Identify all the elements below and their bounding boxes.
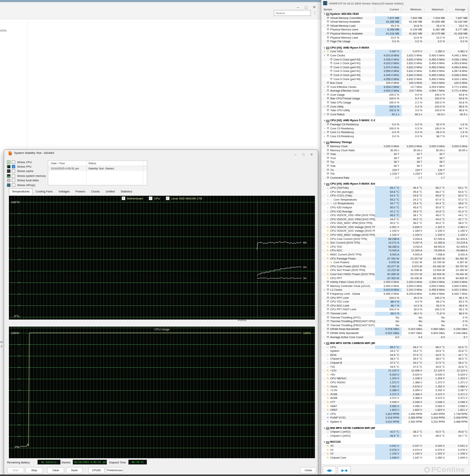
sensor-row[interactable]: ϟV00.041 V0.037 V0.044 V0.041 V <box>321 444 468 448</box>
collapse-chevron-icon[interactable]: ∨ <box>323 440 326 444</box>
sensor-row[interactable]: Tcas30 T30 T30 T <box>321 152 468 156</box>
sensor-row[interactable]: ↓T1544.5 °C37.5 °C44.5 °C42.8 °C <box>321 365 468 369</box>
aida64-titlebar[interactable]: System Stability Test - AIDA64 –□✕ <box>4 150 318 157</box>
arrows-out-button[interactable]: ◀▶ <box>323 466 336 474</box>
sensor-row[interactable]: Infinity Fabric Clock (FCLK)2,000.0 MHz2… <box>321 280 468 284</box>
sensor-row[interactable]: ↓Chipset A38.0 °C35.0 °C38.0 °C36.9 °C <box>321 357 468 361</box>
sensor-row[interactable]: ∨Core Clocks4,010.8 MHz3,832.0 MHz5,450.… <box>321 54 468 58</box>
sensor-row[interactable]: ↓CPU65.0 °C46.0 °C66.0 °C63.5 °C <box>321 346 468 350</box>
sensor-row[interactable]: >L3 Clocks4,019.8 MHz2,310.3 MHz5,455.5 … <box>321 288 468 292</box>
sensor-group-header[interactable]: ∨NUC126 <box>321 440 468 444</box>
sensor-row[interactable]: >Core Usage100.0 %0.0 %100.0 %93.8 % <box>321 93 468 97</box>
sensor-row[interactable]: Physical Memory Used6,268 MB6,109 MB6,38… <box>321 28 468 32</box>
legend-checkbox[interactable]: ✓ <box>122 196 125 200</box>
sensor-row[interactable]: ↓MOS44.5 °C37.5 °C44.5 °C42.7 °C <box>321 353 468 357</box>
sensor-row[interactable]: Virtual Memory Committed7,872 MB7,602 MB… <box>321 16 468 20</box>
sensor-row[interactable]: Average Active Core Count6.00.46.05.7 <box>321 335 468 340</box>
sensor-group-header[interactable]: ∨CPU [#0]: AMD Ryzen 5 9600X <box>321 46 468 50</box>
stress-option[interactable]: Stress CPU <box>7 160 48 164</box>
sensor-row[interactable]: Max CPU/Thread Usage100.0 %5.4 %100.0 %9… <box>321 97 468 101</box>
sensor-row[interactable]: >ϟCore Powers9.976 W0.011 W10.700 W9.397… <box>321 261 468 265</box>
legend-item[interactable]: ✓Lexar SSD NM1090 1TB <box>166 196 202 200</box>
sensor-row[interactable]: Core 4 Clock (perf #4)4,045.0 MHz3,832.0… <box>321 73 468 77</box>
column-header-average[interactable]: Average <box>447 7 468 12</box>
expand-chevron-icon[interactable]: > <box>326 202 329 206</box>
sensor-row[interactable]: Physical Memory Available41,916 MB41,802… <box>321 32 468 36</box>
sensor-row[interactable]: ↓Chipset B37.0 °C34.0 °C37.5 °C36.3 °C <box>321 361 468 365</box>
collapse-chevron-icon[interactable]: ∨ <box>323 46 326 50</box>
sensor-group-header[interactable]: ∨System: MSI MS-7E49 <box>321 12 468 16</box>
sensor-row[interactable]: ϟ+3.3V3.288 V3.284 V3.292 V3.287 V <box>321 389 468 393</box>
sensor-row[interactable]: Command Rate1 T1 T1 T <box>321 176 468 180</box>
collapse-chevron-icon[interactable]: ∨ <box>323 182 326 186</box>
collapse-chevron-icon[interactable]: ∨ <box>323 119 326 123</box>
column-header-sensor[interactable]: Sensor <box>321 7 375 12</box>
legend-item[interactable]: ✓Motherboard <box>122 196 143 200</box>
stress-checkbox[interactable] <box>12 169 15 173</box>
close-icon[interactable]: ✕ <box>310 4 318 10</box>
sensor-row[interactable]: >Core Effective Clocks4,004.2 MHz13.7 MH… <box>321 85 468 89</box>
collapse-chevron-icon[interactable]: ∨ <box>323 141 326 145</box>
sensor-row[interactable]: ϟCPU PPT87.993 W26.438 W88.225 W84.605 W <box>321 277 468 281</box>
hwinfo-titlebar[interactable]: HWiNFO® 64 v8.31-5805 Sensor Status [43 … <box>321 0 470 7</box>
sensor-row[interactable]: Page File Usage0.0 %0.0 %0.0 %0.0 % <box>321 40 468 44</box>
sensor-row[interactable]: >Core Ratios40.1 x38.3 x54.5 x40.5 x <box>321 113 468 117</box>
expand-chevron-icon[interactable]: > <box>323 127 326 131</box>
sensor-row[interactable]: ϟVBAT3.060 V3.056 V3.060 V3.058 V <box>321 404 468 409</box>
sensor-row[interactable]: ϟCore+SoC+MISC Power (SVI3 TFN)81.835 W2… <box>321 272 468 277</box>
sensor-row[interactable]: ϟChipset Core1.048 V1.047 V1.050 V1.049 … <box>321 456 468 460</box>
sensor-row[interactable]: ↓CPU VDD_MISC VRM (SVI3 TFN)40.0 °C36.0 … <box>321 221 468 225</box>
sensor-row[interactable]: >ϟCore VIDs0.947 V0.470 V1.350 V0.961 V <box>321 50 468 54</box>
sensor-group-header[interactable]: ∨MSI MPG X870E CARBON WIFI (MS-7E49) (Nu… <box>321 341 468 346</box>
sensor-row[interactable]: DRAM Write Bandwidth0.022 GB/s0.007 GB/s… <box>321 331 468 335</box>
sensor-row[interactable]: ↓CPU Die (average)64.6 °C45.8 °C68.2 °C6… <box>321 190 468 194</box>
sensor-row[interactable]: Trc134 T134 T134 T <box>321 168 468 172</box>
sensor-row[interactable]: Trp38 T38 T38 T <box>321 160 468 164</box>
sensor-row[interactable]: ϟCPU Core Current (SVI3 TFN)66.298 A3.03… <box>321 237 468 241</box>
sensor-row[interactable]: ↓CPU IOD Average42.1 °C39.9 °C42.8 °C41.… <box>321 210 468 214</box>
sensor-row[interactable]: Package C6 Residency0.0 %0.0 %52.4 %1.6 … <box>321 123 468 127</box>
scrollbar[interactable] <box>468 7 470 465</box>
sensor-row[interactable]: Tras96 T96 T96 T <box>321 164 468 168</box>
cpuid-button[interactable]: CPUID <box>88 467 105 473</box>
legend-checkbox[interactable]: ✓ <box>166 196 170 200</box>
sensor-row[interactable]: Core 2 Clock (perf #2)3,970.0 MHz3,832.0… <box>321 66 468 70</box>
sensor-row[interactable]: ↓CPU IOD Hotspot50.0 °C45.8 °C50.8 °C49.… <box>321 206 468 210</box>
sensor-row[interactable]: ϟV10.076 V0.074 V0.079 V0.076 V <box>321 448 468 452</box>
sensor-row[interactable]: Virtual Memory Load15.3 %14.8 %15.4 %15.… <box>321 24 468 28</box>
sensor-row[interactable]: CPU PPT Limit100.0 %30.0 %100.3 %96.1 % <box>321 296 468 300</box>
tab-clocks[interactable]: Clocks <box>88 188 103 195</box>
sensor-row[interactable]: ϟCPU VDDCR_SOC Voltage (SVI3 TFN)1.190 V… <box>321 229 468 233</box>
tab-statistics[interactable]: Statistics <box>118 188 135 195</box>
sensor-row[interactable]: Bus Clock100.0 MHz100.0 MHz100.0 MHz100.… <box>321 81 468 85</box>
sensor-row[interactable]: DRAM Read Bandwidth0.078 GB/s0.023 GB/s0… <box>321 327 468 331</box>
maximize-icon[interactable]: □ <box>302 4 310 10</box>
stress-option[interactable]: Stress cache <box>7 169 48 173</box>
sensor-row[interactable]: ϟVcore0.962 V0.678 V1.352 V0.966 V <box>321 385 468 389</box>
stop-button[interactable]: Stop <box>25 467 43 473</box>
expand-chevron-icon[interactable]: > <box>323 50 326 54</box>
sensor-row[interactable]: Core 3 Clock (perf #1)3,950.0 MHz3,832.0… <box>321 69 468 73</box>
sensor-row[interactable]: Core 1 Clock (perf #1)4,010.0 MHz3,832.0… <box>321 62 468 66</box>
tab-temperatures[interactable]: Temperatures <box>9 188 33 195</box>
expand-chevron-icon[interactable]: > <box>323 135 326 139</box>
sensor-row[interactable]: ↓Chipset 1 (xHCI)42.0 °C38.3 °C42.0 °C40… <box>321 430 468 434</box>
sensor-row[interactable]: Frequency Limit - Global5,450.0 MHz5,209… <box>321 292 468 296</box>
sensor-row[interactable]: Average Effective Clock4,004.2 MHz119.7 … <box>321 89 468 93</box>
stress-checkbox[interactable]: ✓ <box>12 165 15 168</box>
sensor-row[interactable]: Total CPU Utility102.6 %3.0 %103.9 %96.6… <box>321 109 468 113</box>
sensor-row[interactable]: >Core Utility102.6 %0.3 %103.9 %96.6 % <box>321 105 468 109</box>
sensor-group-header[interactable]: ∨Memory Timings <box>321 141 468 145</box>
sensor-row[interactable]: Memory Clock3,000.0 MHz3,000.0 MHz3,000.… <box>321 145 468 149</box>
stress-checkbox[interactable] <box>12 174 15 178</box>
sensor-row[interactable]: ϟCPU VDDCR_VDD Voltage (SVI3 TFN)0.951 V… <box>321 225 468 229</box>
column-header-maximum[interactable]: Maximum <box>424 7 447 12</box>
arrows-in-button[interactable]: ▶◀ <box>338 466 351 474</box>
sensor-row[interactable]: ϟCPU SoC Power (SVI3 TFN)12.223 W11.028 … <box>321 268 468 272</box>
sensor-row[interactable]: ϟ3VSB3.372 V3.368 V3.372 V3.371 V <box>321 393 468 397</box>
sensor-row[interactable]: ↓System34.0 °C33.0 °C34.5 °C33.8 °C <box>321 349 468 353</box>
clear-button[interactable]: Clear <box>47 467 64 473</box>
sensor-row[interactable]: ϟAVSB3.372 V3.368 V3.372 V3.371 V <box>321 396 468 400</box>
column-header-current[interactable]: Current <box>375 7 402 12</box>
legend-checkbox[interactable]: ✓ <box>149 196 152 200</box>
